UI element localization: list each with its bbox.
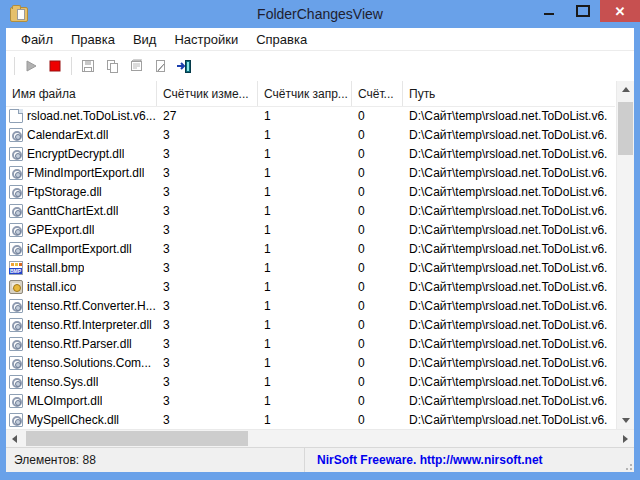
dll-file-icon: [9, 413, 23, 427]
dll-file-icon: [9, 356, 23, 370]
menu-bar: ФайлПравкаВидНастройкиСправка: [6, 28, 634, 51]
file-path: D:\Сайт\temp\rsload.net.ToDoList.v6.: [403, 261, 615, 275]
resize-grip[interactable]: [622, 460, 632, 470]
table-row[interactable]: Itenso.Solutions.Com... 3 1 0 D:\Сайт\te…: [6, 353, 615, 372]
query-count: 1: [258, 356, 352, 370]
choose-columns-button[interactable]: [148, 54, 172, 78]
column-header-query-count[interactable]: Счётчик запр...: [258, 81, 352, 106]
dll-file-icon: [9, 204, 23, 218]
scroll-left-button[interactable]: [6, 430, 23, 447]
other-count: 0: [352, 280, 403, 294]
other-count: 0: [352, 147, 403, 161]
file-path: D:\Сайт\temp\rsload.net.ToDoList.v6.: [403, 128, 615, 142]
column-header-path[interactable]: Путь: [403, 81, 615, 106]
query-count: 1: [258, 413, 352, 427]
toolbar-separator: [14, 57, 15, 75]
table-row[interactable]: iCalImportExport.dll 3 1 0 D:\Сайт\temp\…: [6, 239, 615, 258]
column-header-name[interactable]: Имя файла: [6, 81, 157, 106]
change-count: 3: [157, 185, 258, 199]
file-path: D:\Сайт\temp\rsload.net.ToDoList.v6.: [403, 185, 615, 199]
table-row[interactable]: CalendarExt.dll 3 1 0 D:\Сайт\temp\rsloa…: [6, 125, 615, 144]
vertical-scrollbar-thumb[interactable]: [618, 102, 633, 155]
file-path: D:\Сайт\temp\rsload.net.ToDoList.v6.: [403, 337, 615, 351]
table-row[interactable]: rsload.net.ToDoList.v6... 27 1 0 D:\Сайт…: [6, 106, 615, 125]
maximize-icon: [576, 5, 590, 17]
table-row[interactable]: MLOImport.dll 3 1 0 D:\Сайт\temp\rsload.…: [6, 391, 615, 410]
query-count: 1: [258, 109, 352, 123]
file-path: D:\Сайт\temp\rsload.net.ToDoList.v6.: [403, 356, 615, 370]
menu-item-options[interactable]: Настройки: [165, 30, 247, 49]
copy-button[interactable]: [100, 54, 124, 78]
file-name: iCalImportExport.dll: [27, 242, 132, 256]
stop-icon: [47, 58, 63, 74]
exit-door-icon: [176, 58, 192, 74]
table-row[interactable]: FMindImportExport.dll 3 1 0 D:\Сайт\temp…: [6, 163, 615, 182]
other-count: 0: [352, 261, 403, 275]
change-count: 3: [157, 337, 258, 351]
scroll-right-button[interactable]: [617, 430, 634, 447]
change-count: 3: [157, 413, 258, 427]
query-count: 1: [258, 375, 352, 389]
file-name: FMindImportExport.dll: [27, 166, 144, 180]
horizontal-scrollbar[interactable]: [6, 429, 634, 447]
save-button[interactable]: [76, 54, 100, 78]
properties-button[interactable]: [124, 54, 148, 78]
toolbar-separator: [71, 57, 72, 75]
table-row[interactable]: GPExport.dll 3 1 0 D:\Сайт\temp\rsload.n…: [6, 220, 615, 239]
query-count: 1: [258, 128, 352, 142]
stop-monitoring-button[interactable]: [43, 54, 67, 78]
file-name: install.ico: [27, 280, 76, 294]
close-button[interactable]: ✕: [600, 0, 640, 22]
maximize-button[interactable]: [566, 0, 600, 22]
table-row[interactable]: FtpStorage.dll 3 1 0 D:\Сайт\temp\rsload…: [6, 182, 615, 201]
dll-file-icon: [9, 299, 23, 313]
chevron-down-icon: [622, 418, 630, 423]
title-bar[interactable]: FolderChangesView ✕: [0, 0, 640, 28]
file-name: MySpellCheck.dll: [27, 413, 119, 427]
copy-icon: [104, 58, 120, 74]
menu-item-edit[interactable]: Правка: [62, 30, 124, 49]
other-count: 0: [352, 223, 403, 237]
exit-button[interactable]: [172, 54, 196, 78]
scroll-up-button[interactable]: [617, 81, 634, 98]
table-row[interactable]: Itenso.Sys.dll 3 1 0 D:\Сайт\temp\rsload…: [6, 372, 615, 391]
column-header-other-count[interactable]: Счёт...: [352, 81, 403, 106]
properties-icon: [128, 58, 144, 74]
file-path: D:\Сайт\temp\rsload.net.ToDoList.v6.: [403, 299, 615, 313]
change-count: 3: [157, 394, 258, 408]
change-count: 27: [157, 109, 258, 123]
nirsoft-link[interactable]: NirSoft Freeware. http://www.nirsoft.net: [305, 448, 634, 472]
column-header-change-count[interactable]: Счётчик изме...: [157, 81, 258, 106]
file-name: rsload.net.ToDoList.v6...: [27, 109, 156, 123]
dll-file-icon: [9, 394, 23, 408]
file-path: D:\Сайт\temp\rsload.net.ToDoList.v6.: [403, 394, 615, 408]
table-row[interactable]: install.ico 3 1 0 D:\Сайт\temp\rsload.ne…: [6, 277, 615, 296]
other-count: 0: [352, 204, 403, 218]
file-path: D:\Сайт\temp\rsload.net.ToDoList.v6.: [403, 280, 615, 294]
file-name: FtpStorage.dll: [27, 185, 102, 199]
file-name: install.bmp: [27, 261, 84, 275]
start-monitoring-button[interactable]: [19, 54, 43, 78]
column-header-row: Имя файлаСчётчик изме...Счётчик запр...С…: [6, 81, 615, 107]
table-row[interactable]: MySpellCheck.dll 3 1 0 D:\Сайт\temp\rslo…: [6, 410, 615, 429]
table-row[interactable]: Itenso.Rtf.Converter.H... 3 1 0 D:\Сайт\…: [6, 296, 615, 315]
query-count: 1: [258, 242, 352, 256]
table-row[interactable]: Itenso.Rtf.Parser.dll 3 1 0 D:\Сайт\temp…: [6, 334, 615, 353]
minimize-button[interactable]: [532, 0, 566, 22]
table-row[interactable]: Itenso.Rtf.Interpreter.dll 3 1 0 D:\Сайт…: [6, 315, 615, 334]
menu-item-help[interactable]: Справка: [247, 30, 316, 49]
table-row[interactable]: EncryptDecrypt.dll 3 1 0 D:\Сайт\temp\rs…: [6, 144, 615, 163]
minimize-icon: [544, 13, 554, 15]
app-window: FolderChangesView ✕ ФайлПравкаВидНастрой…: [0, 0, 640, 480]
scroll-down-button[interactable]: [617, 412, 634, 429]
table-row[interactable]: install.bmp 3 1 0 D:\Сайт\temp\rsload.ne…: [6, 258, 615, 277]
file-name: CalendarExt.dll: [27, 128, 108, 142]
vertical-scrollbar[interactable]: [616, 81, 634, 429]
change-count: 3: [157, 166, 258, 180]
other-count: 0: [352, 356, 403, 370]
items-count: Элементов: 88: [6, 448, 305, 472]
table-row[interactable]: GanttChartExt.dll 3 1 0 D:\Сайт\temp\rsl…: [6, 201, 615, 220]
menu-item-file[interactable]: Файл: [12, 30, 62, 49]
menu-item-view[interactable]: Вид: [124, 30, 166, 49]
horizontal-scrollbar-thumb[interactable]: [26, 431, 248, 446]
